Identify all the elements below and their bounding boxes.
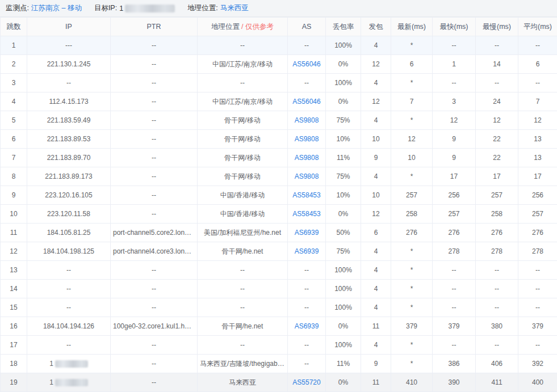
cell-ptr: -- [111, 355, 198, 373]
cell-ptr: -- [111, 205, 198, 224]
as-link[interactable]: AS58453 [292, 191, 320, 199]
cell-hop: 11 [1, 224, 27, 242]
cell-sent: 4 [361, 74, 391, 92]
geo-location-value[interactable]: 马来西亚 [220, 3, 249, 13]
cell-hop: 18 [1, 355, 27, 373]
table-row: 14--------100%4*------ [1, 280, 557, 298]
cell-ptr: -- [111, 261, 198, 280]
cell-avg: 7 [518, 92, 557, 111]
as-link[interactable]: AS9808 [295, 172, 319, 180]
cell-fastest: -- [433, 36, 476, 55]
table-row: 17--------100%4*------ [1, 336, 557, 355]
cell-ip: --- [27, 36, 111, 55]
table-row: 16184.104.194.126100ge0-32.core1.kul1.he… [1, 317, 557, 336]
cell-ip: 112.4.15.173 [27, 92, 111, 111]
cell-ptr: port-channel5.core2.lon5.he... [111, 224, 198, 242]
cell-loss: 50% [326, 224, 361, 242]
cell-fastest: 257 [433, 205, 476, 224]
cell-ip: 1 [27, 373, 111, 392]
cell-as: -- [288, 336, 326, 355]
cell-latest: 257 [391, 186, 433, 205]
as-link[interactable]: AS55720 [292, 378, 320, 386]
cell-latest: 258 [391, 205, 433, 224]
cell-sent: 9 [361, 355, 391, 373]
header-loss: 丢包率 [326, 18, 361, 36]
cell-fastest: -- [433, 298, 476, 317]
header-as: AS [288, 18, 326, 36]
cell-ip: 221.183.89.53 [27, 130, 111, 149]
cell-as: AS56046 [288, 55, 326, 74]
cell-fastest: -- [433, 261, 476, 280]
cell-slowest: 380 [476, 317, 518, 336]
cell-fastest: 278 [433, 242, 476, 261]
cell-sent: 4 [361, 167, 391, 186]
geo-location-label: 地理位置: [187, 3, 217, 13]
cell-geo: 美国/加利福尼亚州/he.net [198, 224, 288, 242]
as-link[interactable]: AS56046 [292, 98, 320, 106]
table-row: 15--------100%4*------ [1, 298, 557, 317]
cell-ptr: -- [111, 373, 198, 392]
monitor-point-value[interactable]: 江苏南京 – 移动 [31, 3, 82, 13]
cell-hop: 14 [1, 280, 27, 298]
cell-as: -- [288, 261, 326, 280]
cell-ip: -- [27, 298, 111, 317]
cell-sent: 4 [361, 111, 391, 130]
cell-loss: 100% [326, 336, 361, 355]
cell-sent: 4 [361, 261, 391, 280]
as-link[interactable]: AS9808 [295, 135, 319, 143]
as-link[interactable]: AS6939 [295, 247, 319, 255]
cell-loss: 10% [326, 186, 361, 205]
as-link[interactable]: AS56046 [292, 60, 320, 68]
cell-latest: * [391, 111, 433, 130]
cell-slowest: 24 [476, 92, 518, 111]
as-link[interactable]: AS6939 [295, 229, 319, 237]
table-row: 1---------100%4*------ [1, 36, 557, 55]
table-row: 9223.120.16.105--中国/香港/移动AS5845310%10257… [1, 186, 557, 205]
cell-sent: 4 [361, 242, 391, 261]
cell-hop: 16 [1, 317, 27, 336]
as-link[interactable]: AS9808 [295, 154, 319, 162]
cell-ptr: -- [111, 167, 198, 186]
cell-sent: 12 [361, 55, 391, 74]
cell-avg: -- [518, 336, 557, 355]
cell-ip: 184.105.81.25 [27, 224, 111, 242]
cell-hop: 19 [1, 373, 27, 392]
cell-avg: 6 [518, 55, 557, 74]
redacted-ip-blur [55, 360, 88, 368]
cell-slowest: 14 [476, 55, 518, 74]
cell-ptr: -- [111, 74, 198, 92]
as-link[interactable]: AS6939 [295, 322, 319, 330]
cell-geo: -- [198, 280, 288, 298]
header-ip: IP [27, 18, 111, 36]
cell-ip: -- [27, 280, 111, 298]
cell-slowest: 276 [476, 224, 518, 242]
cell-slowest: 406 [476, 355, 518, 373]
cell-fastest: 17 [433, 167, 476, 186]
cell-geo: 骨干网/he.net [198, 242, 288, 261]
cell-geo: -- [198, 336, 288, 355]
cell-slowest: 17 [476, 167, 518, 186]
cell-ip: 184.104.198.125 [27, 242, 111, 261]
as-link[interactable]: AS9808 [295, 116, 319, 124]
cell-as: -- [288, 74, 326, 92]
cell-ip: -- [27, 74, 111, 92]
target-ip-group: 目标IP: 1 [94, 3, 175, 13]
table-row: 5221.183.59.49--骨干网/移动AS980875%4*121212 [1, 111, 557, 130]
cell-latest: * [391, 36, 433, 55]
cell-hop: 1 [1, 36, 27, 55]
cell-as: AS6939 [288, 242, 326, 261]
target-ip-label: 目标IP: [94, 3, 117, 13]
cell-ip: 221.130.1.245 [27, 55, 111, 74]
cell-sent: 11 [361, 373, 391, 392]
cell-sent: 12 [361, 92, 391, 111]
cell-geo: 中国/江苏/南京/移动 [198, 55, 288, 74]
cell-loss: 0% [326, 92, 361, 111]
cell-latest: 379 [391, 317, 433, 336]
header-avg: 平均(ms) [518, 18, 557, 36]
cell-loss: 100% [326, 36, 361, 55]
cell-hop: 3 [1, 74, 27, 92]
cell-sent: 6 [361, 224, 391, 242]
cell-avg: -- [518, 298, 557, 317]
as-link[interactable]: AS58453 [292, 210, 320, 218]
header-fastest: 最快(ms) [433, 18, 476, 36]
